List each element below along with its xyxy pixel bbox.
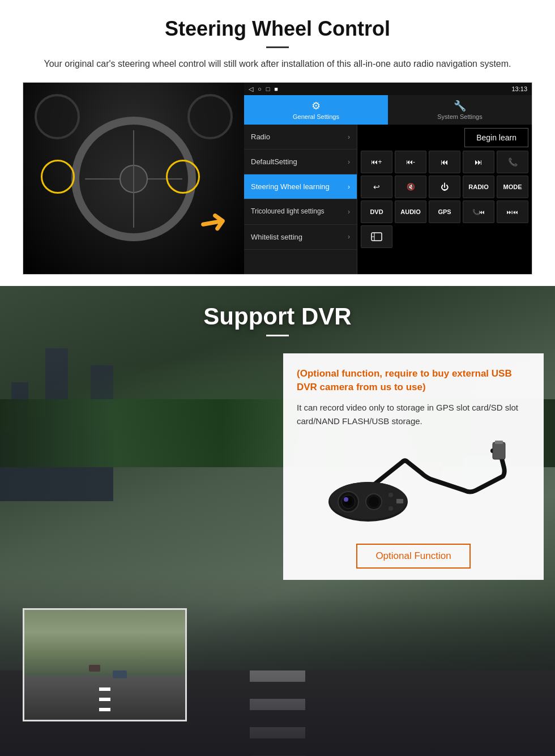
audio-label: AUDIO [400,208,420,215]
steering-photo: ➜ [23,83,244,275]
mute-icon: 🔇 [407,183,415,191]
ctrl-next-track[interactable]: ⏭ [463,151,494,173]
mode-label: MODE [503,183,522,190]
svg-rect-4 [495,441,503,444]
ctrl-gps[interactable]: GPS [429,200,460,223]
steering-section: Steering Wheel Control Your original car… [0,0,555,286]
dvr-description: It can record video only to storage in G… [297,401,530,428]
dvr-optional-text: (Optional function, require to buy exter… [297,367,530,394]
steering-description: Your original car's steering wheel contr… [34,57,521,71]
system-icon: 🔧 [454,100,466,112]
next-icon: ⏭ [475,157,483,166]
extra-icon [370,232,383,242]
android-menu: Radio › DefaultSetting › Steering Wheel … [244,125,532,274]
dvr-divider [266,335,289,336]
menu-icon: ■ [274,86,278,93]
power-icon: ⏻ [441,182,449,191]
chevron-icon: › [348,208,350,216]
svg-rect-3 [493,442,505,459]
camera-svg [317,434,510,530]
ctrl-mode[interactable]: MODE [497,176,528,198]
menu-list: Radio › DefaultSetting › Steering Wheel … [244,125,357,274]
dvr-title-area: Support DVR [0,286,555,342]
menu-tricoloured-label: Tricoloured light settings [251,207,325,216]
control-grid: ⏮+ ⏮- ⏮ ⏭ 📞 ↩ 🔇 ⏻ RADIO MODE DVD AUDIO G… [361,151,528,248]
vol-up-icon: ⏮+ [371,158,382,166]
begin-learn-row: Begin learn [361,128,528,147]
chevron-icon: › [348,233,350,241]
ctrl-phone-prev[interactable]: 📞⏮ [463,200,494,223]
menu-item-radio[interactable]: Radio › [244,125,357,150]
chevron-icon: › [348,158,350,166]
steering-title: Steering Wheel Control [23,17,532,41]
status-time: 13:13 [511,86,527,92]
phone-prev-icon: 📞⏮ [472,209,485,215]
ctrl-dvd[interactable]: DVD [361,200,392,223]
svg-point-12 [344,497,348,502]
begin-learn-button[interactable]: Begin learn [464,128,528,147]
ctrl-mute[interactable]: 🔇 [395,176,426,198]
recents-icon: □ [266,86,270,93]
dvr-content: (Optional function, require to buy exter… [0,342,555,756]
chevron-icon: › [348,183,350,191]
ctrl-vol-up[interactable]: ⏮+ [361,151,392,173]
menu-whitelist-label: Whitelist setting [251,233,302,241]
ctrl-audio[interactable]: AUDIO [395,200,426,223]
menu-item-default[interactable]: DefaultSetting › [244,150,357,174]
status-nav-icons: ◁ ○ □ ■ [249,86,278,93]
ctrl-power[interactable]: ⏻ [429,176,460,198]
menu-item-whitelist[interactable]: Whitelist setting › [244,225,357,250]
vol-down-icon: ⏮- [406,158,415,166]
dvr-camera-illustration [297,428,530,536]
svg-rect-15 [396,499,403,503]
android-ui-panel: ◁ ○ □ ■ 13:13 ⚙ General Settings 🔧 Syste… [244,83,532,274]
tab-system-settings[interactable]: 🔧 System Settings [388,95,532,125]
menu-steering-label: Steering Wheel learning [251,182,330,191]
ctrl-next-prev[interactable]: ⏭⏮ [497,200,528,223]
home-icon: ○ [258,86,262,93]
phone-icon: 📞 [508,157,518,166]
menu-radio-label: Radio [251,133,270,141]
back-icon: ◁ [249,86,253,93]
next-prev-icon: ⏭⏮ [507,209,518,215]
menu-default-label: DefaultSetting [251,157,297,166]
prev-icon: ⏮ [441,157,449,166]
ctrl-vol-down[interactable]: ⏮- [395,151,426,173]
dvr-inset-photo [23,608,187,721]
back-call-icon: ↩ [373,182,380,191]
ctrl-radio[interactable]: RADIO [463,176,494,198]
svg-point-13 [388,493,393,497]
dvr-info-box: (Optional function, require to buy exter… [283,353,544,580]
control-panel: Begin learn ⏮+ ⏮- ⏮ ⏭ 📞 ↩ 🔇 ⏻ RADIO MODE… [357,125,532,274]
android-tabs[interactable]: ⚙ General Settings 🔧 System Settings [244,95,532,125]
android-status-bar: ◁ ○ □ ■ 13:13 [244,83,532,95]
svg-point-14 [388,506,393,511]
dvr-section: Support DVR (Optional function, requir [0,286,555,756]
ctrl-prev-track[interactable]: ⏮ [429,151,460,173]
tab-general-settings[interactable]: ⚙ General Settings [244,95,388,125]
dvr-right-panel: (Optional function, require to buy exter… [283,353,544,756]
tab-system-label: System Settings [437,113,482,120]
settings-icon: ⚙ [311,100,321,112]
optional-function-button[interactable]: Optional Function [356,544,470,569]
dvr-left-panel [11,353,283,756]
title-divider [266,46,289,48]
ctrl-phone[interactable]: 📞 [497,151,528,173]
svg-point-11 [369,497,379,507]
ctrl-back[interactable]: ↩ [361,176,392,198]
menu-item-tricoloured[interactable]: Tricoloured light settings › [244,199,357,225]
right-button-highlight [166,160,200,194]
ctrl-extra[interactable] [361,225,392,248]
chevron-icon: › [348,133,350,141]
dvr-title: Support DVR [0,303,555,330]
tab-general-label: General Settings [293,113,339,120]
dvd-label: DVD [370,208,383,215]
gps-label: GPS [438,208,451,215]
radio-label: RADIO [468,183,488,190]
left-button-highlight [41,160,75,194]
menu-item-steering-learning[interactable]: Steering Wheel learning › [244,174,357,199]
steering-composite: ➜ ◁ ○ □ ■ 13:13 ⚙ General Settings [23,82,532,275]
